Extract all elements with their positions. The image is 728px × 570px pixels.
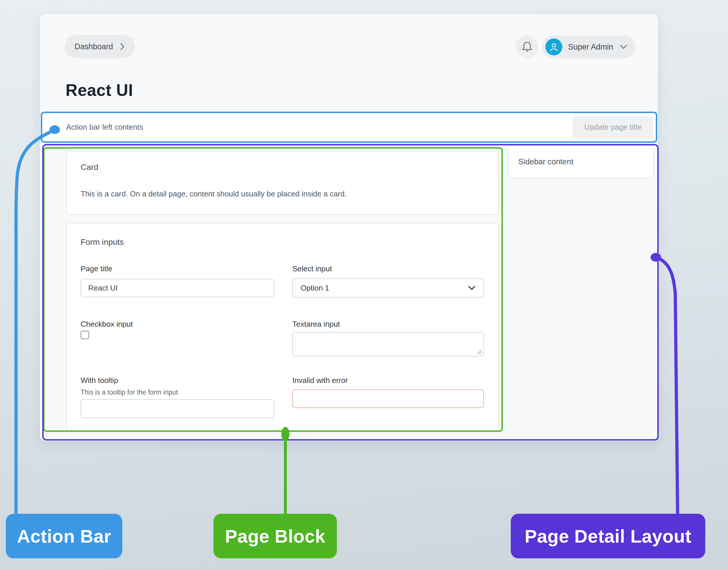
card-title: Card: [81, 163, 98, 172]
form-card: Form inputs Page title Select input Opti…: [66, 223, 499, 431]
page-detail-connector-line: [656, 257, 678, 515]
sidebar-card: Sidebar content: [508, 146, 654, 178]
tooltip-input[interactable]: [81, 399, 274, 418]
chevron-right-icon: [119, 42, 125, 51]
user-name: Super Admin: [568, 42, 613, 52]
textarea-field-label: Textarea input: [292, 320, 340, 329]
chevron-down-icon: [619, 44, 628, 50]
tooltip-text: This is a tooltip for the form input: [81, 388, 178, 396]
invalid-input[interactable]: [292, 389, 484, 408]
form-card-title: Form inputs: [81, 238, 124, 247]
notifications-button[interactable]: [516, 36, 539, 58]
page-title: React UI: [65, 80, 133, 100]
chevron-down-icon: [468, 285, 476, 291]
select-input[interactable]: Option 1: [292, 278, 484, 298]
user-menu[interactable]: Super Admin: [542, 36, 635, 58]
page-title-input[interactable]: [81, 279, 274, 297]
update-page-title-button[interactable]: Update page title: [573, 116, 653, 138]
legend-action-bar: Action Bar: [6, 514, 122, 558]
page-title-field-label: Page title: [81, 264, 112, 273]
breadcrumb-label: Dashboard: [75, 42, 113, 51]
checkbox-field-label: Checkbox input: [81, 320, 133, 329]
breadcrumb[interactable]: Dashboard: [65, 35, 135, 58]
avatar: [546, 38, 562, 55]
textarea-input[interactable]: [292, 332, 484, 356]
checkbox-input[interactable]: [81, 331, 89, 339]
action-bar-left-text: Action bar left contents: [66, 123, 143, 132]
card-body-text: This is a card. On a detail page, conten…: [81, 190, 346, 199]
select-field-label: Select input: [292, 264, 332, 273]
tooltip-field-label: With tooltip: [81, 376, 118, 385]
action-bar: Action bar left contents Update page tit…: [41, 111, 657, 143]
screenshot-stage: Dashboard Super Admin React UI: [0, 0, 728, 570]
content-card: Card This is a card. On a detail page, c…: [66, 152, 499, 215]
sidebar-content-text: Sidebar content: [518, 158, 573, 167]
select-selected-value: Option 1: [300, 284, 329, 293]
legend-page-detail-layout: Page Detail Layout: [511, 514, 705, 558]
legend-page-block: Page Block: [213, 514, 337, 558]
bell-icon: [521, 41, 533, 53]
invalid-field-label: Invalid with error: [292, 376, 348, 385]
person-icon: [549, 42, 559, 52]
